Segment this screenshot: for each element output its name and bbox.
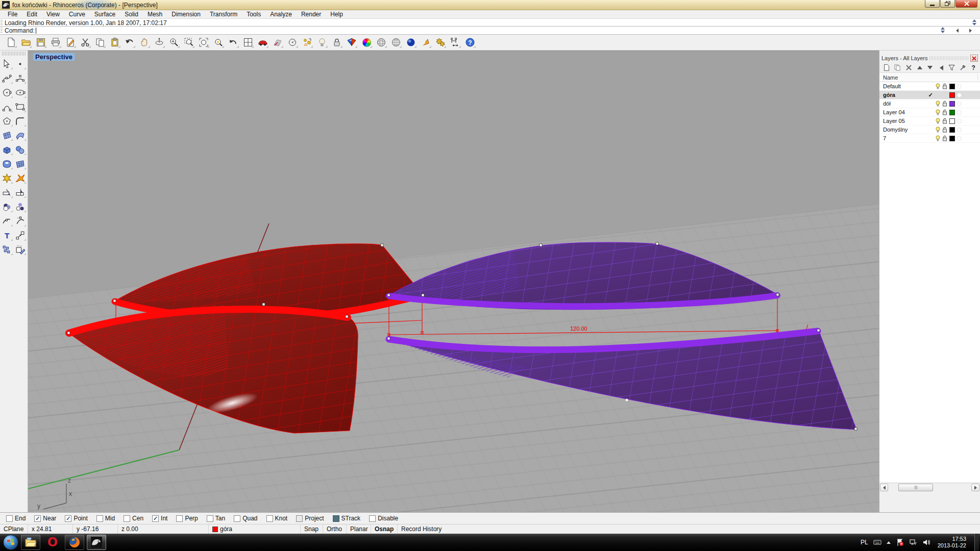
explosion-burst-icon[interactable] <box>14 171 27 185</box>
command-spinner[interactable] <box>939 27 946 33</box>
osnap-int-checkbox[interactable]: ✓ <box>152 515 159 522</box>
layer-material-icon[interactable] <box>955 110 963 115</box>
menu-file[interactable]: File <box>3 10 22 18</box>
zoom-selected-icon[interactable] <box>212 36 225 48</box>
layer-visibility-bulb-icon[interactable] <box>934 127 941 133</box>
menu-mesh[interactable]: Mesh <box>143 10 167 18</box>
menu-view[interactable]: View <box>42 10 64 18</box>
copy-layer-icon[interactable] <box>894 64 901 71</box>
osnap-disable[interactable]: Disable <box>369 515 398 522</box>
paste-icon[interactable] <box>109 36 121 48</box>
zoom-window-icon[interactable] <box>183 36 195 48</box>
layers-horizontal-scrollbar[interactable] <box>879 483 980 492</box>
lock-icon[interactable] <box>331 36 343 48</box>
layer-row-default[interactable]: Default <box>879 82 980 91</box>
menu-help[interactable]: Help <box>326 10 348 18</box>
undo-view-icon[interactable] <box>227 36 239 48</box>
zoom-extents-icon[interactable] <box>198 36 210 48</box>
minimize-button[interactable] <box>925 0 940 8</box>
layer-lock-icon[interactable] <box>941 109 948 115</box>
osnap-end-checkbox[interactable] <box>6 515 13 522</box>
viewport-title[interactable]: Perspective <box>33 53 75 61</box>
menu-render[interactable]: Render <box>297 10 326 18</box>
close-button[interactable] <box>955 0 977 8</box>
layer-lock-icon[interactable] <box>941 83 948 89</box>
layer-visibility-bulb-icon[interactable] <box>934 118 941 124</box>
title-bar[interactable]: fox końcówki - Rhinoceros (Corporate) - … <box>0 0 980 10</box>
show-hidden-icons-icon[interactable] <box>887 541 891 544</box>
taskbar-rhino-button[interactable] <box>87 535 106 550</box>
taskbar-opera-button[interactable]: O <box>43 535 62 550</box>
scroll-right-arrow[interactable] <box>967 29 974 33</box>
osnap-toggle[interactable]: Osnap <box>371 524 398 534</box>
surface-patch-icon[interactable] <box>1 128 13 142</box>
layer-tools-icon[interactable] <box>960 64 966 71</box>
current-layer-check-icon[interactable]: ✓ <box>927 92 934 97</box>
language-indicator[interactable]: PL <box>861 539 868 546</box>
point-icon[interactable] <box>14 57 27 71</box>
move-up-icon[interactable] <box>917 64 923 71</box>
explode-star-icon[interactable] <box>1 171 13 185</box>
boolean-diff-icon[interactable] <box>14 199 27 214</box>
layer-visibility-bulb-icon[interactable] <box>934 83 941 89</box>
copy-icon[interactable] <box>94 36 106 48</box>
fillet-corner-icon[interactable] <box>14 114 27 128</box>
osnap-project[interactable]: Project <box>296 515 324 522</box>
dimension-text[interactable]: 120.00 <box>570 325 587 332</box>
layer-material-icon[interactable] <box>955 136 963 141</box>
layer-lock-icon[interactable] <box>941 135 948 141</box>
osnap-near-checkbox[interactable]: ✓ <box>34 515 41 522</box>
network-icon[interactable] <box>909 538 917 546</box>
save-icon[interactable] <box>35 36 47 48</box>
scrollbar-thumb[interactable] <box>898 484 933 491</box>
zoom-dynamic-icon[interactable] <box>168 36 180 48</box>
control-point-curve-icon[interactable] <box>1 71 13 85</box>
layer-visibility-bulb-icon[interactable] <box>934 109 941 115</box>
perspective-viewport[interactable]: Perspective <box>28 51 879 512</box>
car-icon[interactable] <box>257 36 269 48</box>
action-center-flag-icon[interactable] <box>896 538 904 546</box>
osnap-perp-checkbox[interactable] <box>176 515 183 522</box>
planar-toggle[interactable]: Planar <box>347 524 371 534</box>
layer-row-gora[interactable]: góra ✓ <box>879 91 980 99</box>
layer-color-swatch[interactable] <box>948 127 955 133</box>
osnap-cen-checkbox[interactable] <box>124 515 130 522</box>
rendered-view-icon[interactable] <box>405 36 417 48</box>
layer-color-swatch[interactable] <box>948 84 955 89</box>
snap-toggle[interactable]: Snap <box>301 524 323 534</box>
layer-lock-icon[interactable] <box>941 127 948 133</box>
rectangle-icon[interactable] <box>14 99 27 114</box>
cut-icon[interactable] <box>79 36 91 48</box>
surface-grid-icon[interactable] <box>14 157 27 171</box>
undo-icon[interactable] <box>124 36 136 48</box>
filter-icon[interactable] <box>948 64 955 71</box>
curve-handles-icon[interactable] <box>14 214 27 228</box>
help-icon[interactable]: ? <box>464 36 476 48</box>
lightbulb-icon[interactable] <box>316 36 328 48</box>
start-button[interactable] <box>3 535 18 550</box>
scrollbar-right-arrow[interactable] <box>971 484 979 491</box>
osnap-disable-checkbox[interactable] <box>369 515 376 522</box>
layer-visibility-bulb-icon[interactable] <box>934 101 941 107</box>
rotate-view-icon[interactable] <box>153 36 165 48</box>
torus-icon[interactable] <box>1 157 13 171</box>
scrollbar-track[interactable] <box>889 484 970 491</box>
osnap-project-checkbox[interactable] <box>296 515 303 522</box>
osnap-point[interactable]: ✓Point <box>65 515 87 522</box>
pan-hand-icon[interactable] <box>138 36 151 48</box>
arc-icon[interactable] <box>14 71 27 85</box>
osnap-tan-checkbox[interactable] <box>207 515 213 522</box>
show-desktop-button[interactable] <box>974 534 979 551</box>
scroll-left-arrow[interactable] <box>953 29 961 33</box>
palette-grip[interactable] <box>2 52 26 56</box>
osnap-quad-checkbox[interactable] <box>234 515 240 522</box>
osnap-point-checkbox[interactable]: ✓ <box>65 515 71 522</box>
drag-grip[interactable] <box>1 28 3 33</box>
print-icon[interactable] <box>50 36 62 48</box>
color-wheel-icon[interactable] <box>360 36 373 48</box>
layer-lock-icon[interactable] <box>941 118 948 124</box>
osnap-mid-checkbox[interactable] <box>96 515 103 522</box>
cplane-button[interactable]: CPlane <box>0 524 28 534</box>
drag-grip[interactable] <box>1 20 3 25</box>
hatch-plane-icon[interactable] <box>14 242 27 257</box>
